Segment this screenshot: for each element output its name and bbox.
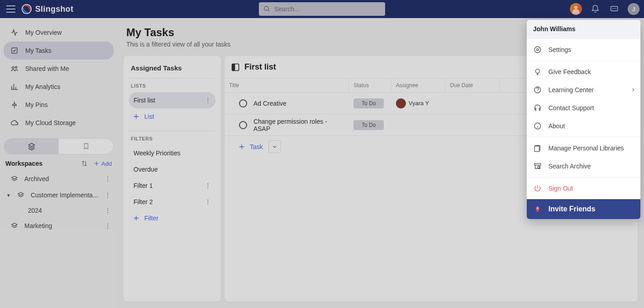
menu-invite-friends[interactable]: Invite Friends xyxy=(527,199,640,219)
menu-label: About xyxy=(548,122,565,130)
menu-label: Invite Friends xyxy=(548,205,595,213)
menu-search-archive[interactable]: Search Archive xyxy=(527,157,640,175)
menu-label: Search Archive xyxy=(548,163,591,170)
svg-point-16 xyxy=(534,47,541,53)
menu-label: Contact Support xyxy=(548,104,594,112)
menu-signout[interactable]: Sign Out xyxy=(527,179,640,197)
help-icon xyxy=(533,85,542,94)
svg-point-24 xyxy=(537,207,538,209)
menu-support[interactable]: Contact Support xyxy=(527,99,640,117)
dropdown-header: John Williams xyxy=(527,20,640,38)
svg-rect-21 xyxy=(534,146,539,152)
library-icon xyxy=(533,144,542,153)
info-icon xyxy=(533,121,542,131)
gear-icon xyxy=(533,45,542,54)
power-icon xyxy=(533,184,542,193)
svg-point-17 xyxy=(536,69,540,73)
menu-manage-libraries[interactable]: Manage Personal Libraries xyxy=(527,139,640,157)
profile-dropdown: John Williams Settings Give Feedback Lea… xyxy=(527,20,640,219)
menu-label: Sign Out xyxy=(548,185,573,192)
menu-label: Learning Center xyxy=(548,86,593,93)
menu-label: Give Feedback xyxy=(548,68,591,75)
menu-learning[interactable]: Learning Center xyxy=(527,81,640,99)
chevron-right-icon xyxy=(630,87,636,93)
dropdown-user-name: John Williams xyxy=(533,25,634,33)
headset-icon xyxy=(533,103,542,112)
menu-label: Settings xyxy=(548,46,571,53)
archive-search-icon xyxy=(533,162,542,171)
menu-feedback[interactable]: Give Feedback xyxy=(527,63,640,81)
menu-settings[interactable]: Settings xyxy=(527,41,640,59)
rocket-icon xyxy=(533,205,542,214)
menu-about[interactable]: About xyxy=(527,117,640,135)
menu-label: Manage Personal Libraries xyxy=(548,145,624,152)
svg-rect-22 xyxy=(534,163,541,165)
svg-point-15 xyxy=(537,49,539,51)
bulb-icon xyxy=(533,67,542,76)
